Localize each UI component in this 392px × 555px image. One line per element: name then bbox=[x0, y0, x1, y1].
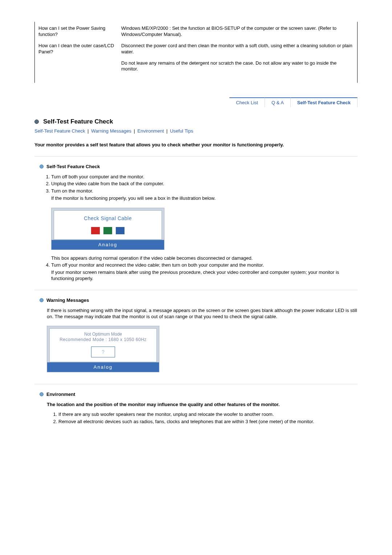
anchor-links: Self-Test Feature Check | Warning Messag… bbox=[34, 128, 358, 134]
env-list: If there are any sub woofer speakers nea… bbox=[52, 411, 358, 425]
figure-not-optimum: Not Optimum Mode Recommended Mode : 1680… bbox=[47, 326, 159, 372]
tab-self-test[interactable]: Self-Test Feature Check bbox=[291, 97, 358, 107]
section-heading-self-test: Self-Test Feature Check bbox=[46, 164, 100, 169]
section-heading-env: Environment bbox=[46, 392, 75, 397]
faq-answer-text: Do not leave any remains of the detergen… bbox=[121, 60, 354, 73]
figure-inner: Check Signal Cable bbox=[54, 210, 162, 240]
step-text: Turn off your monitor and reconnect the … bbox=[51, 262, 358, 268]
step-text: This box appears during normal operation… bbox=[51, 255, 358, 262]
figure-line1: Not Optimum Mode bbox=[51, 332, 155, 337]
faq-answer-text: Windows ME/XP/2000 : Set the function at… bbox=[121, 25, 354, 38]
step-item: Unplug the video cable from the back of … bbox=[51, 181, 358, 187]
step-item: Turn off your monitor and reconnect the … bbox=[51, 262, 358, 282]
faq-table: How can I set the Power Saving function?… bbox=[34, 22, 358, 83]
link-useful-tips[interactable]: Useful Tips bbox=[170, 128, 193, 134]
section-heading-warning: Warning Messages bbox=[46, 297, 89, 303]
step-text: Turn off both your computer and the moni… bbox=[51, 174, 144, 179]
step-item: Turn on the monitor. If the monitor is f… bbox=[51, 188, 358, 261]
step-text: If your monitor screen remains blank aft… bbox=[51, 269, 358, 282]
faq-row: How can I set the Power Saving function?… bbox=[38, 25, 354, 38]
link-self-test[interactable]: Self-Test Feature Check bbox=[34, 128, 85, 134]
faq-row: How can I clean the outer case/LCD Panel… bbox=[38, 43, 354, 73]
step-text: Unplug the video cable from the back of … bbox=[51, 181, 164, 186]
tab-check-list[interactable]: Check List bbox=[229, 97, 265, 107]
bullet-icon bbox=[40, 165, 44, 169]
blue-square-icon bbox=[116, 227, 124, 234]
faq-answer: Disconnect the power cord and then clean… bbox=[121, 43, 354, 73]
step-text: Turn on the monitor. bbox=[51, 188, 358, 194]
faq-answer-text: Disconnect the power cord and then clean… bbox=[121, 43, 354, 55]
env-text: Remove all electronic devices such as ra… bbox=[58, 419, 314, 424]
tab-nav: Check List Q & A Self-Test Feature Check bbox=[34, 97, 358, 107]
page-heading-row: Self-Test Feature Check bbox=[34, 118, 358, 125]
divider bbox=[34, 384, 358, 384]
separator: | bbox=[87, 128, 89, 134]
separator: | bbox=[166, 128, 167, 134]
bullet-icon bbox=[40, 298, 44, 302]
section-heading-row: Warning Messages bbox=[40, 297, 358, 303]
faq-question: How can I set the Power Saving function? bbox=[38, 25, 121, 38]
figure-message: Check Signal Cable bbox=[57, 215, 159, 222]
green-square-icon bbox=[103, 227, 112, 234]
link-environment[interactable]: Environment bbox=[138, 128, 164, 134]
bullet-icon bbox=[40, 392, 44, 396]
faq-question: How can I clean the outer case/LCD Panel… bbox=[38, 43, 121, 73]
separator: | bbox=[134, 128, 135, 134]
step-item: Turn off both your computer and the moni… bbox=[51, 174, 358, 180]
red-square-icon bbox=[91, 227, 100, 234]
question-box-icon: ? bbox=[91, 347, 115, 357]
env-item: Remove all electronic devices such as ra… bbox=[58, 418, 358, 425]
step-text: If the monitor is functioning properly, … bbox=[51, 195, 358, 202]
figure-mode-label: Analog bbox=[47, 362, 159, 372]
warning-body: If there is something wrong with the inp… bbox=[47, 307, 358, 372]
figure-inner: Not Optimum Mode Recommended Mode : 1680… bbox=[49, 328, 157, 362]
section-heading-row: Self-Test Feature Check bbox=[40, 164, 358, 169]
env-item: If there are any sub woofer speakers nea… bbox=[58, 411, 358, 418]
link-warning-messages[interactable]: Warning Messages bbox=[91, 128, 131, 134]
warning-text: If there is something wrong with the inp… bbox=[47, 307, 358, 320]
divider bbox=[34, 156, 358, 157]
env-text: If there are any sub woofer speakers nea… bbox=[58, 412, 274, 417]
intro-text: Your monitor provides a self test featur… bbox=[34, 142, 358, 148]
faq-answer: Windows ME/XP/2000 : Set the function at… bbox=[121, 25, 354, 38]
figure-check-signal: Check Signal Cable Analog bbox=[51, 208, 164, 250]
tab-qa[interactable]: Q & A bbox=[265, 97, 291, 107]
figure-mode-label: Analog bbox=[52, 240, 164, 250]
steps-list: Turn off both your computer and the moni… bbox=[45, 174, 358, 282]
page-title: Self-Test Feature Check bbox=[43, 118, 113, 125]
section-heading-row: Environment bbox=[40, 392, 358, 397]
env-intro: The location and the position of the mon… bbox=[47, 401, 358, 408]
bullet-icon bbox=[34, 119, 39, 124]
divider bbox=[34, 290, 358, 290]
figure-line2: Recommended Mode : 1680 x 1050 60Hz bbox=[51, 337, 155, 343]
rgb-squares bbox=[57, 227, 159, 234]
